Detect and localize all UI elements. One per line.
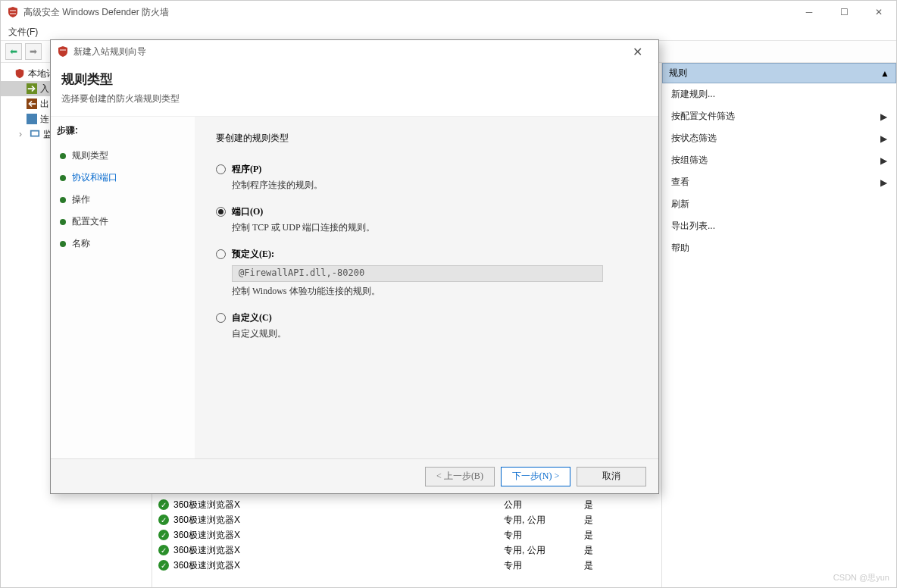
step-dot-icon: [60, 175, 66, 181]
action-item[interactable]: 查看▶: [662, 171, 896, 193]
predefined-combo[interactable]: @FirewallAPI.dll,-80200: [232, 265, 603, 282]
enabled-check-icon: ✓: [158, 499, 169, 510]
radio-port[interactable]: [216, 207, 226, 217]
steps-label: 步骤:: [57, 124, 189, 137]
rule-enabled: 是: [584, 544, 593, 557]
firewall-shield-icon: [7, 6, 19, 18]
wizard-heading: 规则类型: [61, 70, 648, 88]
action-item[interactable]: 新建规则...: [662, 83, 896, 105]
menubar: 文件(F): [1, 23, 896, 40]
enabled-check-icon: ✓: [158, 560, 169, 571]
enabled-check-icon: ✓: [158, 530, 169, 540]
option-program: 程序(P) 控制程序连接的规则。: [216, 163, 637, 192]
chevron-right-icon: ▶: [880, 177, 887, 188]
rule-profile: 专用: [504, 559, 580, 572]
option-program-desc: 控制程序连接的规则。: [232, 179, 637, 192]
option-predefined-label[interactable]: 预定义(E):: [232, 248, 274, 261]
connection-icon: [27, 114, 37, 124]
collapse-icon[interactable]: ▲: [880, 68, 889, 79]
cancel-button[interactable]: 取消: [577, 467, 646, 486]
radio-program[interactable]: [216, 164, 226, 174]
svg-rect-1: [10, 13, 16, 14]
window-controls: ─ ☐ ✕: [792, 1, 896, 23]
wizard-step: 配置文件: [57, 211, 189, 233]
rule-name: 360极速浏览器X: [173, 499, 499, 511]
minimize-button[interactable]: ─: [792, 1, 827, 23]
step-dot-icon: [60, 219, 66, 225]
rule-name: 360极速浏览器X: [173, 544, 499, 557]
chevron-right-icon: ▶: [880, 155, 887, 166]
firewall-shield-icon: [14, 68, 25, 79]
rule-profile: 专用, 公用: [504, 514, 580, 527]
rule-name: 360极速浏览器X: [173, 514, 499, 527]
expand-icon[interactable]: ›: [19, 129, 27, 139]
wizard-titlebar: 新建入站规则向导 ✕: [51, 40, 658, 63]
option-port-desc: 控制 TCP 或 UDP 端口连接的规则。: [232, 221, 637, 234]
action-item[interactable]: 按组筛选▶: [662, 149, 896, 171]
wizard-header: 规则类型 选择要创建的防火墙规则类型: [51, 63, 658, 116]
radio-predefined[interactable]: [216, 249, 226, 259]
chevron-right-icon: ▶: [880, 111, 887, 122]
monitor-icon: [30, 129, 40, 139]
option-program-label[interactable]: 程序(P): [232, 163, 261, 176]
nav-back-button[interactable]: ⬅: [5, 43, 22, 60]
enabled-check-icon: ✓: [158, 514, 169, 525]
table-row[interactable]: ✓ 360极速浏览器X 专用, 公用 是: [158, 543, 661, 558]
inbound-icon: [27, 83, 37, 94]
svg-rect-5: [31, 131, 39, 136]
wizard-subheading: 选择要创建的防火墙规则类型: [61, 92, 648, 105]
wizard-step: 操作: [57, 189, 189, 211]
action-item[interactable]: 导出列表...: [662, 215, 896, 237]
rule-type-prompt: 要创建的规则类型: [216, 132, 637, 145]
table-row[interactable]: ✓ 360极速浏览器X 专用, 公用 是: [158, 512, 661, 527]
option-predefined: 预定义(E): @FirewallAPI.dll,-80200 控制 Windo…: [216, 248, 637, 298]
enabled-check-icon: ✓: [158, 545, 169, 555]
nav-forward-button[interactable]: ➡: [25, 43, 42, 60]
wizard-step: 名称: [57, 233, 189, 255]
table-row[interactable]: ✓ 360极速浏览器X 公用 是: [158, 497, 661, 512]
wizard-close-button[interactable]: ✕: [622, 45, 652, 59]
rule-enabled: 是: [584, 559, 593, 572]
wizard-dialog: 新建入站规则向导 ✕ 规则类型 选择要创建的防火墙规则类型 步骤: 规则类型协议…: [50, 39, 659, 494]
wizard-title: 新建入站规则向导: [73, 45, 146, 58]
back-button[interactable]: < 上一步(B): [425, 467, 495, 486]
rule-enabled: 是: [584, 514, 593, 527]
chevron-right-icon: ▶: [880, 133, 887, 144]
menu-file[interactable]: 文件(F): [8, 26, 38, 39]
table-row[interactable]: ✓ 360极速浏览器X 专用 是: [158, 527, 661, 543]
rule-profile: 公用: [504, 499, 580, 511]
watermark: CSDN @思yun: [833, 572, 889, 583]
wizard-step[interactable]: 协议和端口: [57, 167, 189, 189]
wizard-button-bar: < 上一步(B) 下一步(N) > 取消: [51, 458, 658, 493]
option-custom-desc: 自定义规则。: [232, 327, 637, 340]
action-item[interactable]: 刷新: [662, 193, 896, 215]
next-button[interactable]: 下一步(N) >: [501, 467, 570, 486]
wizard-content: 要创建的规则类型 程序(P) 控制程序连接的规则。 端口(O) 控制 TCP 或…: [195, 117, 658, 458]
rule-name: 360极速浏览器X: [173, 529, 499, 542]
step-dot-icon: [60, 241, 66, 247]
svg-rect-6: [60, 49, 66, 51]
rule-enabled: 是: [584, 529, 593, 542]
main-titlebar: 高级安全 Windows Defender 防火墙 ─ ☐ ✕: [1, 1, 896, 23]
option-port-label[interactable]: 端口(O): [232, 205, 263, 218]
radio-custom[interactable]: [216, 313, 226, 323]
actions-header: 规则 ▲: [662, 63, 896, 83]
table-row[interactable]: ✓ 360极速浏览器X 专用 是: [158, 558, 661, 573]
action-item[interactable]: 按状态筛选▶: [662, 127, 896, 149]
rule-profile: 专用, 公用: [504, 544, 580, 557]
close-button[interactable]: ✕: [861, 1, 896, 23]
option-custom: 自定义(C) 自定义规则。: [216, 311, 637, 340]
option-custom-label[interactable]: 自定义(C): [232, 311, 272, 324]
actions-panel: 规则 ▲ 新建规则...按配置文件筛选▶按状态筛选▶按组筛选▶查看▶刷新导出列表…: [661, 63, 896, 587]
outbound-icon: [27, 99, 37, 109]
action-item[interactable]: 帮助: [662, 237, 896, 259]
step-dot-icon: [60, 153, 66, 159]
svg-rect-0: [10, 10, 16, 11]
action-item[interactable]: 按配置文件筛选▶: [662, 105, 896, 127]
firewall-shield-icon: [57, 45, 69, 58]
main-window-title: 高级安全 Windows Defender 防火墙: [23, 6, 169, 19]
svg-rect-4: [27, 114, 37, 124]
rule-name: 360极速浏览器X: [173, 559, 499, 572]
maximize-button[interactable]: ☐: [827, 1, 861, 23]
wizard-step: 规则类型: [57, 145, 189, 167]
